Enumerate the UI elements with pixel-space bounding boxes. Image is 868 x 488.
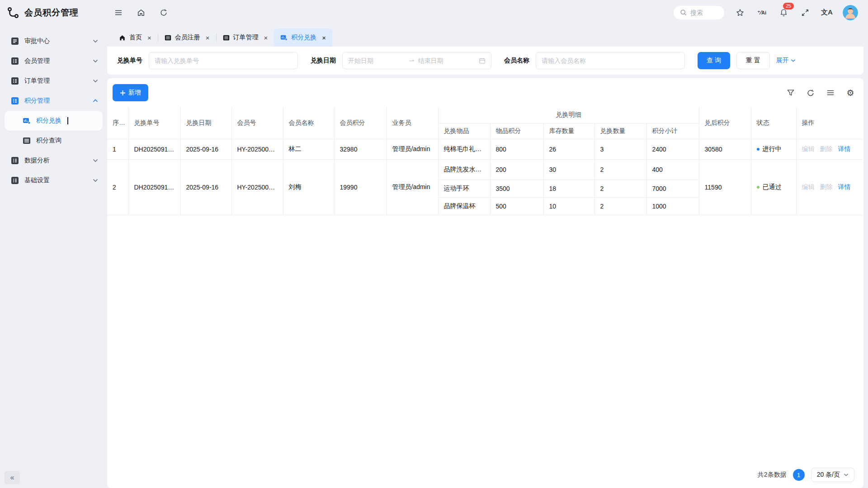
delete-link[interactable]: 删除 [820,145,833,152]
ai-assistant-icon[interactable]: ⁺∕Ai [756,7,768,19]
tab-home[interactable]: 首页 × [113,28,158,47]
sidebar-item-member-management[interactable]: 会员管理 [5,51,103,71]
table-settings-gear-icon[interactable]: ⚙ [845,88,855,98]
plus-icon [120,90,126,96]
reset-button[interactable]: 重 置 [736,52,770,69]
sidebar: 审批中心 会员管理 订单管理 积分管理 [0,25,107,488]
chevron-down-icon [93,159,98,162]
cell-status: 进行中 [751,139,796,159]
document-icon [165,34,171,41]
tab-member-registration[interactable]: 会员注册 × [158,28,216,47]
member-name-input[interactable] [542,57,679,64]
col-header-index: 序号 [107,107,128,139]
cell-subtotal: 1000 [646,197,699,215]
cell-item-points: 200 [490,159,543,180]
data-analysis-icon [11,156,19,165]
col-header-member-name: 会员名称 [283,107,334,139]
global-search[interactable] [674,6,724,19]
home-icon [119,34,126,41]
app-logo-icon [6,6,20,19]
sidebar-item-label: 积分管理 [24,97,50,105]
tab-label: 会员注册 [175,33,200,42]
app-brand: 会员积分管理 [0,6,107,19]
cell-item: 品牌洗发水（... [438,159,490,180]
tab-label: 积分兑换 [291,33,316,42]
global-search-input[interactable] [690,9,717,16]
add-button[interactable]: 新增 [113,84,148,101]
start-date-input[interactable] [348,57,406,64]
notifications-icon[interactable]: 25 [778,7,789,19]
cell-stock: 18 [543,180,594,197]
sidebar-toggle-icon[interactable] [113,7,124,19]
expand-label: 展开 [776,57,789,65]
sidebar-item-points-exchange[interactable]: 积分兑换 [5,111,103,131]
expand-toggle[interactable]: 展开 [776,57,796,65]
sidebar-item-basic-settings[interactable]: 基础设置 [5,171,103,190]
tab-order-management[interactable]: 订单管理 × [217,28,274,47]
detail-link[interactable]: 详情 [838,183,851,190]
filter-bar: 兑换单号 兑换日期 ⇀ 会员名称 查 询 重 置 展开 [107,47,863,75]
cell-stock: 10 [543,197,594,215]
chevron-down-icon [791,59,796,62]
exchange-date-label: 兑换日期 [311,57,336,65]
fullscreen-icon[interactable] [799,7,811,19]
cell-member-points: 32980 [334,139,387,159]
user-avatar[interactable] [843,5,858,20]
cell-stock: 26 [543,139,594,159]
sidebar-item-data-analysis[interactable]: 数据分析 [5,151,103,171]
cell-subtotal: 2400 [646,139,699,159]
add-button-label: 新增 [128,89,141,97]
order-no-field [149,52,298,69]
home-icon[interactable] [135,7,147,19]
points-management-icon [11,97,19,105]
tab-bar: 首页 × 会员注册 × 订单管理 × [107,25,863,47]
chevron-down-icon [93,59,98,63]
search-button[interactable]: 查 询 [698,52,730,69]
text-caret [67,117,68,124]
cell-qty: 3 [594,139,646,159]
cell-item: 品牌保温杯 [438,197,490,215]
points-query-icon [23,137,31,145]
cell-order-no: DH202509160... [128,139,180,159]
sidebar-collapse-button[interactable]: « [5,471,20,484]
close-icon[interactable]: × [322,34,326,42]
basic-settings-icon [11,176,19,185]
language-icon[interactable]: 文A [821,7,833,19]
chevron-down-icon [93,179,98,182]
close-icon[interactable]: × [264,34,268,42]
cell-index: 1 [107,139,128,159]
status-dot [757,186,760,189]
sidebar-item-points-management[interactable]: 积分管理 [5,91,103,111]
end-date-input[interactable] [418,57,475,64]
edit-link[interactable]: 编辑 [802,183,815,190]
tab-points-exchange[interactable]: 积分兑换 × [274,28,332,47]
delete-link[interactable]: 删除 [820,183,833,190]
close-icon[interactable]: × [206,34,210,42]
sidebar-item-order-management[interactable]: 订单管理 [5,71,103,91]
table-row: 1 DH202509160... 2025-09-16 HY-202500006… [107,139,862,159]
favorite-star-icon[interactable] [734,7,746,19]
table-panel: 新增 ⚙ [107,78,863,488]
filter-funnel-icon[interactable] [786,88,796,98]
page-size-select[interactable]: 20 条/页 [811,468,854,482]
order-no-input[interactable] [155,57,292,64]
order-management-icon [11,77,19,85]
refresh-icon[interactable] [158,7,170,19]
top-bar: 会员积分管理 ⁺∕Ai [0,0,868,25]
cell-qty: 2 [594,180,646,197]
cell-actions: 编辑删除详情 [796,159,862,215]
cell-stock: 30 [543,159,594,180]
page-number-button[interactable]: 1 [793,469,805,481]
reload-icon[interactable] [806,88,816,98]
search-icon [680,9,687,16]
chevron-down-icon [93,79,98,83]
row-density-icon[interactable] [826,88,835,98]
detail-link[interactable]: 详情 [838,145,851,152]
edit-link[interactable]: 编辑 [802,145,815,152]
sidebar-item-label: 数据分析 [24,156,50,165]
cell-salesperson: 管理员/admin [387,159,438,215]
sidebar-item-label: 会员管理 [24,57,50,65]
close-icon[interactable]: × [147,34,151,42]
sidebar-item-points-query[interactable]: 积分查询 [5,131,103,151]
sidebar-item-approval-center[interactable]: 审批中心 [5,31,103,51]
